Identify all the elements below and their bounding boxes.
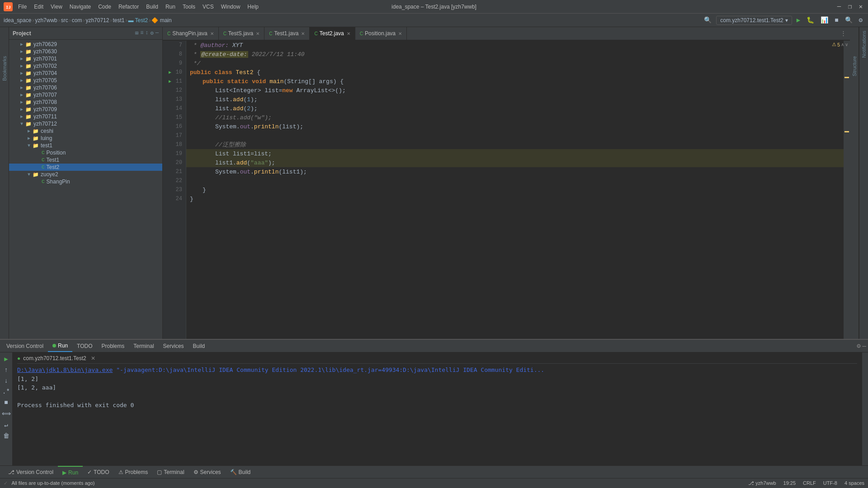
notifications-label[interactable]: Notifications — [861, 29, 867, 60]
clear-button[interactable]: 🗑 — [2, 432, 10, 441]
tree-item-test1-file[interactable]: ▶ C Test1 — [9, 156, 162, 164]
stop-button[interactable]: ■ — [833, 16, 840, 25]
run-with-coverage-button[interactable]: 📊 — [819, 15, 830, 25]
tree-item-yzh70711[interactable]: ▶ 📁 yzh70711 — [9, 113, 162, 120]
breadcrumb-yzh70712[interactable]: yzh70712 — [85, 17, 109, 23]
btt-todo[interactable]: ✓ TODO — [83, 466, 113, 479]
btt-build[interactable]: 🔨 Build — [226, 466, 255, 479]
menu-navigate[interactable]: Navigate — [67, 3, 94, 11]
tree-item-yzh70706[interactable]: ▶ 📁 yzh70706 — [9, 84, 162, 91]
structure-label[interactable]: Structure — [852, 54, 857, 78]
settings-button[interactable]: ⚙ — [857, 15, 864, 25]
bookmarks-label[interactable]: Bookmarks — [2, 54, 7, 83]
java-exe-link[interactable]: D:\Java\jdk1.8\bin\java.exe — [17, 366, 113, 373]
tree-item-yzh70630[interactable]: ▶ 📁 yzh70630 — [9, 48, 162, 55]
minimize-button[interactable]: — — [835, 3, 843, 10]
project-more-icon[interactable]: ↕ — [145, 30, 148, 37]
btt-problems[interactable]: ⚠ Problems — [114, 466, 153, 479]
project-settings-icon[interactable]: ⚙ — [151, 30, 154, 37]
menu-build[interactable]: Build — [143, 3, 161, 11]
menu-window[interactable]: Window — [218, 3, 243, 11]
project-layout-icon[interactable]: ⊞ — [135, 30, 138, 37]
menu-file[interactable]: File — [15, 3, 29, 11]
git-branch[interactable]: ⎇ yzh7wwb — [748, 480, 776, 486]
btt-terminal[interactable]: ▢ Terminal — [152, 466, 189, 479]
project-close-icon[interactable]: — — [156, 30, 159, 37]
breadcrumb-test2-class[interactable]: ▬ Test2 — [128, 17, 148, 23]
soft-wrap-button[interactable]: ↵ — [3, 420, 9, 430]
menu-view[interactable]: View — [48, 3, 65, 11]
tab-test2[interactable]: C Test2.java ✕ — [310, 27, 355, 40]
tab-test1[interactable]: C Test1.java ✕ — [264, 27, 310, 40]
close-button[interactable]: ✕ — [857, 3, 864, 10]
run-button[interactable]: ▶ — [795, 15, 802, 25]
menu-run[interactable]: Run — [163, 3, 178, 11]
search-button[interactable]: 🔍 — [843, 15, 854, 25]
tab-close[interactable]: ✕ — [301, 31, 305, 36]
regex-button[interactable]: .* — [1, 387, 11, 396]
tab-more-button[interactable]: ⋮ — [837, 27, 850, 40]
breadcrumb-test1[interactable]: test1 — [113, 17, 124, 23]
encoding[interactable]: UTF-8 — [823, 480, 837, 486]
menu-refactor[interactable]: Refactor — [116, 3, 142, 11]
tree-item-shangpin[interactable]: ▶ C ShangPin — [9, 178, 162, 185]
breadcrumb-yzh7wwb[interactable]: yzh7wwb — [35, 17, 57, 23]
code-content[interactable]: * @author: XYT * @create-date: 2022/7/12… — [186, 41, 844, 339]
btt-run[interactable]: ▶ Run — [58, 466, 83, 479]
tree-item-yzh70712[interactable]: ▼ 📁 yzh70712 — [9, 120, 162, 127]
tab-close[interactable]: ✕ — [210, 31, 214, 36]
run-line-arrow[interactable]: ▶ — [169, 79, 171, 84]
tree-item-yzh70701[interactable]: ▶ 📁 yzh70701 — [9, 55, 162, 62]
panel-close-icon[interactable]: — — [863, 343, 866, 350]
scroll-up-button[interactable]: ↑ — [3, 366, 9, 375]
menu-vcs[interactable]: VCS — [200, 3, 217, 11]
debug-button[interactable]: 🐛 — [805, 15, 816, 25]
tab-shangpin[interactable]: C ShangPin.java ✕ — [163, 27, 219, 40]
rerun-button[interactable]: ▶ — [3, 354, 9, 364]
tree-item-yzh70704[interactable]: ▶ 📁 yzh70704 — [9, 70, 162, 77]
wrap-output-button[interactable]: ⟺ — [1, 409, 12, 418]
panel-settings-icon[interactable]: ⚙ — [857, 342, 860, 350]
bottom-tab-version-control[interactable]: Version Control — [2, 340, 48, 352]
tree-item-luing[interactable]: ▶ 📁 luing — [9, 135, 162, 142]
tab-position[interactable]: C Position.java ✕ — [355, 27, 407, 40]
run-configuration[interactable]: com.yzh70712.test1.Test2 ▾ — [716, 16, 792, 25]
tree-item-yzh70708[interactable]: ▶ 📁 yzh70708 — [9, 99, 162, 106]
breadcrumb-src[interactable]: src — [61, 17, 68, 23]
tree-item-test2-file[interactable]: ▶ C Test2 — [9, 164, 162, 171]
tree-item-zuoye2[interactable]: ▼ 📁 zuoye2 — [9, 171, 162, 178]
breadcrumb-com[interactable]: com — [72, 17, 82, 23]
bottom-tab-todo[interactable]: TODO — [72, 340, 97, 352]
bottom-tab-problems[interactable]: Problems — [97, 340, 129, 352]
tree-item-test1[interactable]: ▼ 📁 test1 — [9, 142, 162, 149]
tab-close[interactable]: ✕ — [398, 31, 402, 36]
menu-code[interactable]: Code — [95, 3, 114, 11]
tab-close[interactable]: ✕ — [256, 31, 259, 36]
tree-item-yzh70629[interactable]: ▶ 📁 yzh70629 — [9, 41, 162, 48]
tree-item-yzh70702[interactable]: ▶ 📁 yzh70702 — [9, 62, 162, 70]
btt-version-control[interactable]: ⎇ Version Control — [4, 466, 58, 479]
bottom-tab-build[interactable]: Build — [189, 340, 210, 352]
stop-run-button[interactable]: ■ — [3, 398, 9, 407]
project-sort-icon[interactable]: ≡ — [140, 30, 143, 37]
run-close[interactable]: ✕ — [91, 355, 95, 361]
btt-services[interactable]: ⚙ Services — [189, 466, 226, 479]
line-ending[interactable]: CRLF — [803, 480, 816, 486]
breadcrumb-idea-space[interactable]: idea_space — [4, 17, 31, 23]
tree-item-yzh70705[interactable]: ▶ 📁 yzh70705 — [9, 77, 162, 84]
bottom-tab-run[interactable]: Run — [48, 340, 72, 352]
tree-item-yzh70707[interactable]: ▶ 📁 yzh70707 — [9, 91, 162, 99]
menu-tools[interactable]: Tools — [180, 3, 198, 11]
tab-close[interactable]: ✕ — [347, 31, 350, 36]
search-everywhere-icon[interactable]: 🔍 — [702, 15, 713, 25]
menu-edit[interactable]: Edit — [31, 3, 46, 11]
tree-item-ceshi[interactable]: ▶ 📁 ceshi — [9, 127, 162, 135]
indent-info[interactable]: 4 spaces — [844, 480, 864, 486]
run-line-arrow[interactable]: ▶ — [169, 70, 171, 75]
tree-item-position[interactable]: ▶ C Position — [9, 149, 162, 156]
scroll-down-button[interactable]: ↓ — [3, 376, 9, 385]
breadcrumb-main[interactable]: 🔶 main — [151, 17, 171, 23]
tree-item-yzh70709[interactable]: ▶ 📁 yzh70709 — [9, 106, 162, 113]
maximize-button[interactable]: ❐ — [846, 3, 854, 10]
bottom-tab-terminal[interactable]: Terminal — [129, 340, 158, 352]
